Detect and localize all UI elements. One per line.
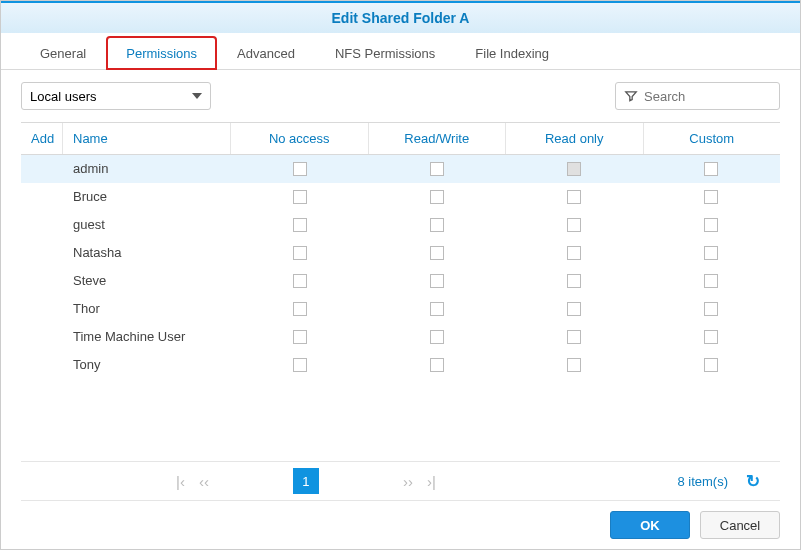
custom-checkbox[interactable] bbox=[704, 218, 718, 232]
column-custom[interactable]: Custom bbox=[644, 123, 781, 154]
tab-nfs-permissions[interactable]: NFS Permissions bbox=[316, 37, 454, 69]
table-row[interactable]: Bruce bbox=[21, 183, 780, 211]
read-only-checkbox[interactable] bbox=[567, 218, 581, 232]
no-access-checkbox[interactable] bbox=[293, 302, 307, 316]
first-page-icon[interactable]: |‹ bbox=[176, 473, 185, 490]
user-name: Natasha bbox=[63, 245, 231, 260]
no-access-checkbox[interactable] bbox=[293, 162, 307, 176]
user-name: Tony bbox=[63, 357, 231, 372]
user-name: guest bbox=[63, 217, 231, 232]
page-number[interactable]: 1 bbox=[293, 468, 319, 494]
tab-file-indexing[interactable]: File Indexing bbox=[456, 37, 568, 69]
read-write-checkbox[interactable] bbox=[430, 218, 444, 232]
table-row[interactable]: admin bbox=[21, 155, 780, 183]
table-row[interactable]: Steve bbox=[21, 267, 780, 295]
read-write-checkbox[interactable] bbox=[430, 330, 444, 344]
read-only-checkbox[interactable] bbox=[567, 246, 581, 260]
permissions-table: Add Name No access Read/Write Read only … bbox=[21, 122, 780, 379]
table-header: Add Name No access Read/Write Read only … bbox=[21, 123, 780, 155]
cancel-button[interactable]: Cancel bbox=[700, 511, 780, 539]
search-input[interactable] bbox=[644, 89, 771, 104]
reload-icon[interactable]: ↻ bbox=[746, 471, 760, 492]
read-write-checkbox[interactable] bbox=[430, 274, 444, 288]
custom-checkbox[interactable] bbox=[704, 330, 718, 344]
no-access-checkbox[interactable] bbox=[293, 246, 307, 260]
window-title: Edit Shared Folder A bbox=[1, 1, 800, 33]
pager: |‹ ‹‹ 1 ›› ›| 8 item(s) ↻ bbox=[21, 461, 780, 501]
user-name: Steve bbox=[63, 273, 231, 288]
user-name: Time Machine User bbox=[63, 329, 231, 344]
chevron-down-icon bbox=[192, 93, 202, 99]
read-write-checkbox[interactable] bbox=[430, 190, 444, 204]
custom-checkbox[interactable] bbox=[704, 302, 718, 316]
search-box[interactable] bbox=[615, 82, 780, 110]
read-only-checkbox[interactable] bbox=[567, 302, 581, 316]
table-row[interactable]: Tony bbox=[21, 351, 780, 379]
footer: OK Cancel bbox=[1, 501, 800, 549]
custom-checkbox[interactable] bbox=[704, 190, 718, 204]
user-name: Thor bbox=[63, 301, 231, 316]
custom-checkbox[interactable] bbox=[704, 358, 718, 372]
read-only-checkbox[interactable] bbox=[567, 358, 581, 372]
no-access-checkbox[interactable] bbox=[293, 218, 307, 232]
read-only-checkbox[interactable] bbox=[567, 330, 581, 344]
table-row[interactable]: guest bbox=[21, 211, 780, 239]
column-no-access[interactable]: No access bbox=[231, 123, 369, 154]
no-access-checkbox[interactable] bbox=[293, 358, 307, 372]
read-only-checkbox[interactable] bbox=[567, 274, 581, 288]
no-access-checkbox[interactable] bbox=[293, 274, 307, 288]
items-count: 8 item(s) bbox=[677, 474, 728, 489]
column-read-write[interactable]: Read/Write bbox=[369, 123, 507, 154]
read-write-checkbox[interactable] bbox=[430, 358, 444, 372]
read-only-checkbox[interactable] bbox=[567, 162, 581, 176]
user-type-dropdown[interactable]: Local users bbox=[21, 82, 211, 110]
filter-icon bbox=[624, 89, 638, 103]
tab-advanced[interactable]: Advanced bbox=[218, 37, 314, 69]
custom-checkbox[interactable] bbox=[704, 162, 718, 176]
tab-permissions[interactable]: Permissions bbox=[107, 37, 216, 69]
table-body: adminBruceguestNatashaSteveThorTime Mach… bbox=[21, 155, 780, 379]
last-page-icon[interactable]: ›| bbox=[427, 473, 436, 490]
read-write-checkbox[interactable] bbox=[430, 246, 444, 260]
toolbar: Local users bbox=[1, 70, 800, 122]
ok-button[interactable]: OK bbox=[610, 511, 690, 539]
table-row[interactable]: Time Machine User bbox=[21, 323, 780, 351]
read-only-checkbox[interactable] bbox=[567, 190, 581, 204]
custom-checkbox[interactable] bbox=[704, 274, 718, 288]
read-write-checkbox[interactable] bbox=[430, 302, 444, 316]
read-write-checkbox[interactable] bbox=[430, 162, 444, 176]
column-name[interactable]: Name bbox=[63, 123, 231, 154]
no-access-checkbox[interactable] bbox=[293, 330, 307, 344]
tab-general[interactable]: General bbox=[21, 37, 105, 69]
tab-bar: GeneralPermissionsAdvancedNFS Permission… bbox=[1, 33, 800, 70]
user-name: admin bbox=[63, 161, 231, 176]
custom-checkbox[interactable] bbox=[704, 246, 718, 260]
prev-page-icon[interactable]: ‹‹ bbox=[199, 473, 209, 490]
user-name: Bruce bbox=[63, 189, 231, 204]
dropdown-selected: Local users bbox=[30, 89, 96, 104]
column-add[interactable]: Add bbox=[21, 123, 63, 154]
table-row[interactable]: Natasha bbox=[21, 239, 780, 267]
table-row[interactable]: Thor bbox=[21, 295, 780, 323]
column-read-only[interactable]: Read only bbox=[506, 123, 644, 154]
next-page-icon[interactable]: ›› bbox=[403, 473, 413, 490]
no-access-checkbox[interactable] bbox=[293, 190, 307, 204]
